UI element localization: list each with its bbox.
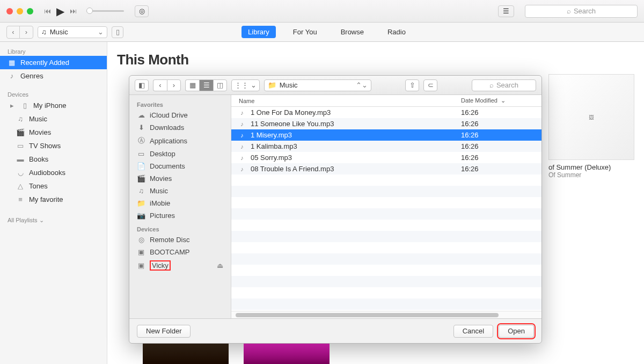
list-view-button[interactable]: ☰: [498, 5, 514, 17]
share-button[interactable]: ⇧: [405, 79, 419, 91]
bell-icon: △: [16, 182, 25, 190]
cancel-button[interactable]: Cancel: [453, 325, 493, 338]
sidebar-item-vicky[interactable]: ▣Vicky⏏: [129, 258, 231, 273]
col-date[interactable]: Date Modified ⌄: [461, 97, 541, 104]
path-dropdown[interactable]: 📁 Music ⌃⌄: [264, 79, 371, 91]
sidebar-item-applications[interactable]: ⒶApplications: [129, 134, 231, 148]
sidebar-item-myfavorite[interactable]: ≡My favorite: [0, 193, 107, 206]
tab-browse[interactable]: Browse: [334, 26, 370, 38]
album-thumb[interactable]: [244, 340, 330, 364]
new-folder-button[interactable]: New Folder: [137, 325, 191, 338]
volume-slider[interactable]: [86, 10, 124, 12]
file-row[interactable]: ♪1 One For Da Money.mp316:26: [231, 107, 541, 118]
view-column-button[interactable]: ◫: [213, 79, 227, 91]
sidebar-item-documents[interactable]: 📄Documents: [129, 160, 231, 172]
prev-track-button[interactable]: ⏮: [44, 7, 51, 15]
file-row[interactable]: ♪1 Kalimba.mp316:26: [231, 141, 541, 152]
highlighted-device: Vicky: [150, 260, 171, 271]
file-list-header[interactable]: Name Date Modified ⌄: [231, 95, 541, 107]
dialog-footer: New Folder Cancel Open: [129, 318, 541, 343]
sidebar-label: Movies: [29, 128, 51, 136]
album-thumb[interactable]: [143, 340, 229, 364]
sidebar-item-remote-disc[interactable]: ◎Remote Disc: [129, 234, 231, 246]
airplay-button[interactable]: ◎: [135, 5, 149, 17]
file-row[interactable]: ♪08 Trouble Is A Friend.mp316:26: [231, 163, 541, 174]
sidebar-item-bootcamp[interactable]: ▣BOOTCAMP: [129, 246, 231, 258]
dialog-sidebar: Favorites ☁iCloud Drive ⬇Downloads ⒶAppl…: [129, 95, 231, 318]
file-name: 1 Kalimba.mp3: [251, 142, 461, 150]
minimize-window-button[interactable]: [17, 8, 23, 14]
media-type-picker[interactable]: ♫ Music ⌄: [38, 26, 107, 38]
sidebar-item-pictures[interactable]: 📷Pictures: [129, 209, 231, 222]
list-icon: ☰: [503, 7, 509, 15]
apps-icon: Ⓐ: [137, 136, 145, 145]
sidebar-label: Audiobooks: [29, 169, 65, 177]
play-button[interactable]: ▶: [56, 5, 64, 18]
nav-forward-button[interactable]: ›: [20, 26, 33, 38]
file-icon: ♪: [237, 143, 247, 150]
arrange-button[interactable]: ⋮⋮ ⌄: [231, 79, 260, 91]
sidebar-item-downloads[interactable]: ⬇Downloads: [129, 121, 231, 134]
sidebar-toggle-button[interactable]: ◧: [135, 79, 149, 91]
sidebar-item-imobie[interactable]: 📁iMobie: [129, 197, 231, 209]
sidebar-item-tones[interactable]: △Tones: [0, 179, 107, 193]
search-icon: ⌕: [489, 81, 494, 89]
dialog-back-button[interactable]: ‹: [153, 79, 167, 91]
sidebar-item-genres[interactable]: ♪ Genres: [0, 69, 107, 83]
album-art: 🖼: [548, 74, 634, 160]
view-icon-button[interactable]: ▦: [185, 79, 199, 91]
nav-back-button[interactable]: ‹: [7, 26, 20, 38]
tab-foryou[interactable]: For You: [287, 26, 324, 38]
open-file-dialog: ◧ ‹ › ▦ ☰ ◫ ⋮⋮ ⌄ 📁 Music ⌃⌄ ⇧ ⊂ ⌕ Search…: [129, 75, 542, 344]
device-button[interactable]: ▯: [112, 26, 123, 38]
sidebar-item-movies[interactable]: 🎬Movies: [129, 172, 231, 185]
sidebar-label: Genres: [20, 72, 43, 80]
tab-radio[interactable]: Radio: [381, 26, 412, 38]
file-date: 16:26: [461, 154, 541, 162]
sidebar-item-music[interactable]: ♫Music: [0, 112, 107, 126]
sidebar-label: Music: [29, 115, 47, 123]
folder-icon: 📁: [137, 199, 145, 207]
sidebar-item-tvshows[interactable]: ▭TV Shows: [0, 139, 107, 152]
zoom-window-button[interactable]: [27, 8, 33, 14]
open-button[interactable]: Open: [499, 325, 534, 338]
eject-icon[interactable]: ⏏: [217, 261, 223, 270]
sidebar-header-library: Library: [0, 45, 107, 56]
dialog-search-placeholder: Search: [496, 81, 518, 89]
empty-row: [231, 287, 541, 299]
nav-tabs: Library For You Browse Radio: [123, 26, 530, 38]
view-list-button[interactable]: ☰: [199, 79, 213, 91]
album-artist: Of Summer: [548, 171, 634, 179]
close-window-button[interactable]: [6, 8, 13, 14]
dialog-search-input[interactable]: ⌕ Search: [472, 79, 536, 91]
tags-button[interactable]: ⊂: [423, 79, 437, 91]
camera-icon: 📷: [137, 212, 145, 220]
sidebar-item-recently-added[interactable]: ▦ Recently Added: [0, 56, 107, 69]
col-name[interactable]: Name: [231, 98, 461, 104]
sidebar-item-music[interactable]: ♫Music: [129, 185, 231, 197]
sidebar-item-device[interactable]: ▸ ▯ My iPhone: [0, 99, 107, 112]
dialog-forward-button[interactable]: ›: [167, 79, 181, 91]
tab-library[interactable]: Library: [241, 26, 276, 38]
empty-row: [231, 197, 541, 208]
file-row[interactable]: ♪11 Someone Like You.mp316:26: [231, 118, 541, 129]
horizontal-scrollbar[interactable]: [231, 311, 541, 318]
file-name: 05 Sorry.mp3: [251, 154, 461, 162]
sidebar-item-movies[interactable]: 🎬Movies: [0, 126, 107, 139]
global-search-input[interactable]: ⌕ Search: [525, 5, 638, 18]
sidebar-item-audiobooks[interactable]: ◡Audiobooks: [0, 166, 107, 179]
sidebar-item-icloud[interactable]: ☁iCloud Drive: [129, 109, 231, 121]
sidebar: Library ▦ Recently Added ♪ Genres Device…: [0, 42, 107, 364]
album-card[interactable]: 🖼 of Summer (Deluxe) Of Summer: [548, 74, 634, 179]
file-date: 16:26: [461, 131, 541, 139]
sidebar-all-playlists[interactable]: All Playlists ⌄: [0, 214, 107, 225]
file-icon: ♪: [237, 110, 247, 116]
music-note-icon: ♫: [16, 115, 25, 123]
file-icon: ♪: [237, 155, 247, 161]
file-row[interactable]: ♪05 Sorry.mp316:26: [231, 152, 541, 163]
file-icon: ♪: [237, 132, 247, 139]
sidebar-item-books[interactable]: ▬Books: [0, 152, 107, 166]
file-row[interactable]: ♪1 Misery.mp316:26: [231, 129, 541, 141]
next-track-button[interactable]: ⏭: [70, 7, 77, 15]
sidebar-item-desktop[interactable]: ▭Desktop: [129, 148, 231, 160]
